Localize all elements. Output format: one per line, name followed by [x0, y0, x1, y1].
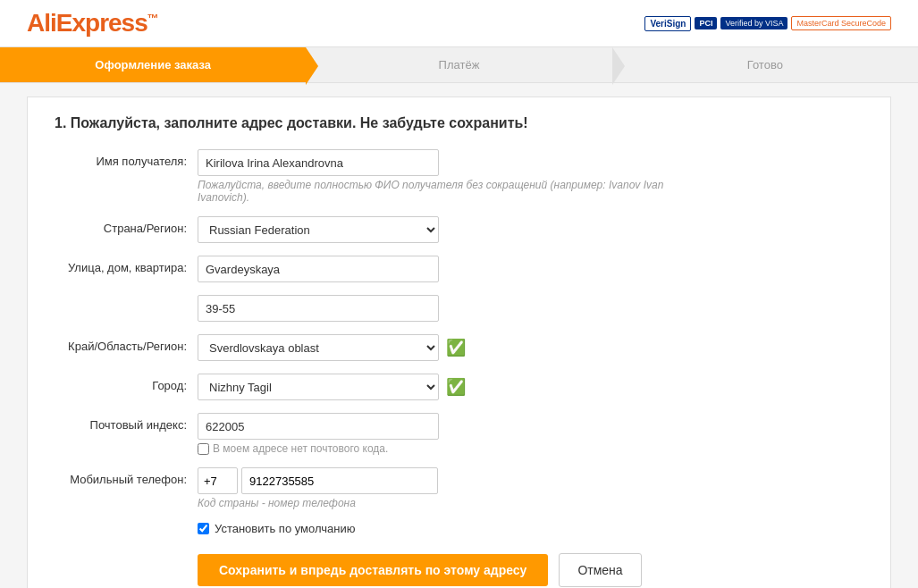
phone-label: Мобильный телефон: [55, 467, 198, 486]
street2-input[interactable] [198, 295, 439, 322]
logo-tm: ™ [147, 12, 158, 25]
page-title: 1. Пожалуйста, заполните адрес доставки.… [55, 115, 863, 131]
recipient-hint: Пожалуйста, введите полностью ФИО получа… [198, 179, 680, 204]
recipient-input[interactable] [198, 149, 439, 176]
city-label: Город: [55, 374, 198, 392]
verisign-badge: VeriSign [644, 16, 691, 31]
region-select[interactable]: Sverdlovskaya oblast [198, 334, 439, 361]
trust-badges: VeriSign PCI Verified by VISA MasterCard… [644, 16, 891, 31]
phone-row: Мобильный телефон: Код страны - номер те… [55, 467, 680, 509]
street-label: Улица, дом, квартира: [55, 256, 198, 274]
default-label: Установить по умолчанию [215, 522, 355, 535]
city-valid-icon: ✅ [446, 377, 466, 397]
region-label: Край/Область/Регион: [55, 334, 198, 353]
city-row: Город: Nizhny Tagil ✅ [55, 374, 680, 400]
postal-label: Почтовый индекс: [55, 413, 198, 432]
default-checkbox[interactable] [198, 523, 209, 534]
postal-input[interactable] [198, 413, 439, 440]
header: AliExpress™ VeriSign PCI Verified by VIS… [0, 0, 918, 47]
postal-row: Почтовый индекс: В моем адресе нет почто… [55, 413, 680, 455]
buttons-row: Сохранить и впредь доставлять по этому а… [198, 553, 863, 587]
street2-row [55, 295, 680, 322]
recipient-field-wrap: Пожалуйста, введите полностью ФИО получа… [198, 149, 680, 204]
region-row: Край/Область/Регион: Sverdlovskaya oblas… [55, 334, 680, 361]
default-checkbox-row: Установить по умолчанию [198, 522, 863, 535]
city-field-wrap: Nizhny Tagil ✅ [198, 374, 680, 400]
street2-field-wrap [198, 295, 680, 322]
street-field-wrap [198, 256, 680, 282]
country-label: Страна/Регион: [55, 216, 198, 235]
country-field-wrap: Russian Federation [198, 216, 680, 243]
phone-field-wrap: Код страны - номер телефона [198, 467, 680, 509]
no-postal-row: В моем адресе нет почтового кода. [198, 442, 680, 455]
street-row: Улица, дом, квартира: [55, 256, 680, 282]
phone-hint: Код страны - номер телефона [198, 497, 680, 509]
country-select[interactable]: Russian Federation [198, 216, 439, 243]
phone-country-code-input[interactable] [198, 467, 238, 494]
logo: AliExpress™ [27, 9, 158, 38]
region-valid-icon: ✅ [446, 338, 466, 357]
pci-badge: PCI [695, 17, 717, 29]
phone-inputs-wrap [198, 467, 680, 494]
address-form: Имя получателя: Пожалуйста, введите полн… [55, 149, 680, 509]
phone-number-input[interactable] [241, 467, 438, 494]
progress-step-3: Готово [612, 47, 918, 82]
progress-bar: Оформление заказа Платёж Готово [0, 47, 918, 83]
no-postal-checkbox[interactable] [198, 443, 209, 455]
no-postal-label: В моем адресе нет почтового кода. [213, 442, 388, 455]
region-field-wrap: Sverdlovskaya oblast ✅ [198, 334, 680, 361]
cancel-button[interactable]: Отмена [559, 553, 641, 587]
mastercard-badge: MasterCard SecureCode [791, 16, 891, 30]
country-row: Страна/Регион: Russian Federation [55, 216, 680, 243]
city-select[interactable]: Nizhny Tagil [198, 374, 439, 400]
recipient-row: Имя получателя: Пожалуйста, введите полн… [55, 149, 680, 204]
main-content: 1. Пожалуйста, заполните адрес доставки.… [27, 97, 891, 588]
recipient-label: Имя получателя: [55, 149, 198, 168]
verified-visa-badge: Verified by VISA [720, 17, 787, 29]
region-field-row: Sverdlovskaya oblast ✅ [198, 334, 680, 361]
logo-text: AliExpress [27, 9, 147, 37]
progress-step-2: Платёж [306, 47, 611, 82]
postal-field-wrap: В моем адресе нет почтового кода. [198, 413, 680, 455]
save-button[interactable]: Сохранить и впредь доставлять по этому а… [198, 554, 548, 586]
city-field-row: Nizhny Tagil ✅ [198, 374, 680, 400]
street2-label [55, 295, 198, 300]
street-input[interactable] [198, 256, 439, 282]
progress-step-1: Оформление заказа [0, 47, 306, 82]
